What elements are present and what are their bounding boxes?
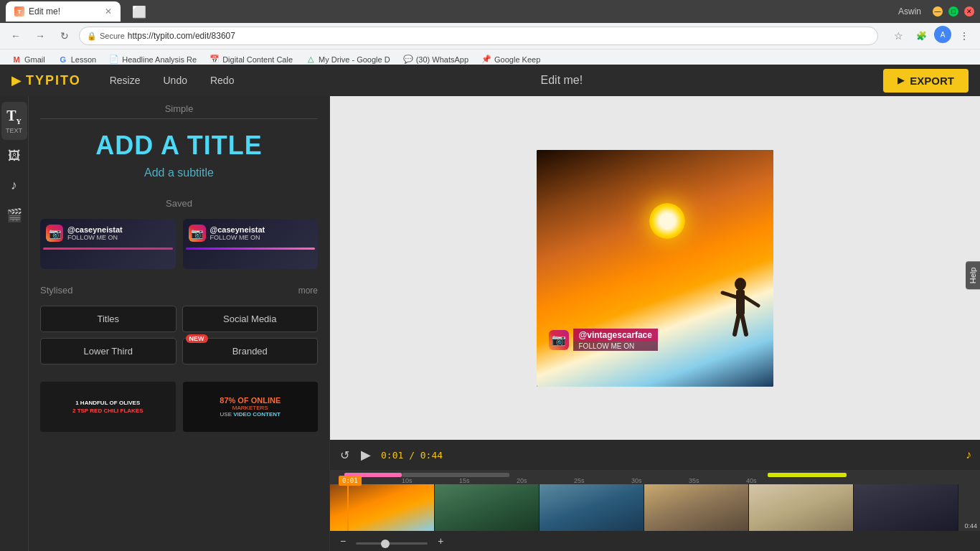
ruler-15s: 15s — [459, 477, 517, 484]
refresh-btn[interactable]: ↻ — [55, 26, 75, 46]
insta-logo-1: 📷 — [46, 225, 63, 242]
export-play-icon: ▶ — [897, 75, 904, 85]
timeline: 5s 10s 15s 20s 25s 30s 35s 40s 0:01 — [330, 470, 980, 551]
zoom-out-btn[interactable]: − — [336, 534, 350, 548]
title-placeholder[interactable]: ADD A TITLE — [40, 131, 318, 161]
thumb-seg-3 — [540, 484, 644, 531]
bookmark-label: Lesson — [71, 55, 96, 64]
titles-btn[interactable]: Titles — [40, 306, 176, 332]
back-btn[interactable]: ← — [6, 26, 26, 46]
video-canvas: 📷 @vintagescarface FOLLOW ME ON — [537, 150, 773, 387]
thumb-seg-2 — [435, 484, 540, 531]
app-logo: ▶ TYPITO — [11, 72, 81, 88]
bookmark-gmail[interactable]: M Gmail — [6, 53, 51, 66]
saved-templates: 📷 @caseyneistat FOLLOW ME ON 📷 @caseynei… — [29, 213, 329, 275]
extensions-btn[interactable]: 🧩 — [911, 26, 931, 46]
subtitle-placeholder[interactable]: Add a subtitle — [40, 166, 318, 179]
zoom-slider-wrap — [356, 534, 428, 547]
audio-icon: ♪ — [11, 178, 17, 193]
template-card-1[interactable]: 📷 @caseyneistat FOLLOW ME ON — [40, 219, 176, 269]
menu-btn[interactable]: ⋮ — [954, 26, 974, 46]
ruler-40s: 40s — [746, 477, 804, 484]
thumb-seg-6 — [854, 484, 958, 531]
active-tab[interactable]: T Edit me! ✕ — [6, 1, 121, 22]
left-panel: Simple ADD A TITLE Add a subtitle Saved … — [29, 96, 330, 551]
tab-close-btn[interactable]: ✕ — [105, 6, 112, 17]
profile-btn[interactable]: A — [934, 26, 951, 43]
svg-line-2 — [722, 293, 736, 297]
bookmark-label: Digital Content Cale — [222, 55, 293, 64]
restart-btn[interactable]: ↺ — [339, 447, 351, 463]
secure-label: Secure — [100, 32, 125, 40]
thumb-seg-5 — [749, 484, 854, 531]
undo-btn[interactable]: Undo — [157, 72, 192, 89]
lt-insta-icon: 📷 — [549, 330, 569, 350]
lt-text-block: @vintagescarface FOLLOW ME ON — [573, 329, 658, 351]
secure-icon: 🔒 — [87, 32, 97, 41]
lt-handle: @vintagescarface — [573, 329, 658, 342]
close-btn[interactable]: ✕ — [964, 6, 974, 17]
more-link[interactable]: more — [298, 286, 318, 296]
sidebar-item-video[interactable]: 🎬 — [1, 202, 27, 229]
bookmark-label: Headline Analysis Re — [122, 55, 197, 64]
forward-btn[interactable]: → — [30, 26, 50, 46]
bookmark-digital[interactable]: 📅 Digital Content Cale — [204, 53, 298, 66]
bookmark-whatsapp[interactable]: 💬 (30) WhatsApp — [397, 53, 474, 66]
bookmark-drive[interactable]: △ My Drive - Google D — [300, 53, 396, 66]
end-time-label: 0:44 — [958, 484, 980, 531]
insta-handle-2: @caseyneistat — [210, 225, 265, 234]
ruler-35s: 35s — [689, 477, 746, 484]
bookmark-keep[interactable]: 📌 Google Keep — [476, 53, 546, 66]
music-icon: ♪ — [966, 448, 971, 461]
branded-btn[interactable]: NEW Branded — [182, 338, 319, 364]
insta-follow-1: FOLLOW ME ON — [67, 234, 123, 241]
current-time: 0:01 — [381, 450, 403, 461]
bookmark-lesson[interactable]: G Lesson — [52, 53, 102, 66]
time-separator: / — [409, 450, 420, 461]
ruler-30s: 30s — [631, 477, 689, 484]
redo-btn[interactable]: Redo — [204, 72, 240, 89]
template-card-2[interactable]: 📷 @caseyneistat FOLLOW ME ON — [183, 219, 319, 269]
app-toolbar: ▶ TYPITO Resize Undo Redo Edit me! ▶ EXP… — [0, 65, 980, 96]
preview-cards: 1 HANDFUL OF OLIVES 2 TSP RED CHILI FLAK… — [29, 376, 329, 438]
sidebar-item-image[interactable]: 🖼 — [1, 143, 27, 169]
logo-icon: ▶ — [11, 72, 22, 88]
minimize-btn[interactable]: — — [933, 6, 943, 17]
total-time: 0:44 — [420, 450, 443, 461]
bookmark-label: Gmail — [24, 55, 45, 64]
thumb-seg-4 — [644, 484, 749, 531]
export-button[interactable]: ▶ EXPORT — [883, 69, 969, 93]
lower-third-btn[interactable]: Lower Third — [40, 338, 176, 364]
simple-label: Simple — [29, 96, 329, 118]
insta-text-2: @caseyneistat FOLLOW ME ON — [210, 225, 265, 241]
help-button[interactable]: Help — [966, 262, 980, 290]
bookmark-label: My Drive - Google D — [319, 55, 390, 64]
stats-highlight: MARKETERS — [220, 405, 281, 411]
ruler-20s: 20s — [517, 477, 574, 484]
lower-third-overlay: 📷 @vintagescarface FOLLOW ME ON — [549, 329, 658, 351]
svg-point-0 — [735, 278, 746, 291]
maximize-btn[interactable]: □ — [948, 6, 958, 17]
preview-card-olives[interactable]: 1 HANDFUL OF OLIVES 2 TSP RED CHILI FLAK… — [40, 382, 176, 432]
play-btn[interactable]: ▶ — [359, 446, 372, 464]
star-btn[interactable]: ☆ — [888, 26, 908, 46]
inactive-tab[interactable]: ⬜ — [123, 1, 238, 22]
nav-bar: ← → ↻ 🔒 Secure https://typito.com/edit/8… — [0, 23, 980, 49]
thumb-seg-1 — [330, 484, 435, 531]
sidebar-item-text[interactable]: TY TEXT — [1, 102, 27, 140]
branded-label: Branded — [232, 346, 268, 357]
address-bar[interactable]: 🔒 Secure https://typito.com/edit/83607 — [79, 27, 878, 45]
stylised-section: Stylised more Titles Social Media Lower … — [29, 275, 329, 376]
sidebar-item-audio[interactable]: ♪ — [1, 172, 27, 199]
bookmark-headline[interactable]: 📄 Headline Analysis Re — [103, 53, 202, 66]
stats-content: 87% OF ONLINE MARKETERS USE VIDEO CONTEN… — [220, 396, 281, 418]
tab-favicon: T — [14, 6, 24, 17]
zoom-slider[interactable] — [356, 542, 428, 545]
preview-card-stats[interactable]: 87% OF ONLINE MARKETERS USE VIDEO CONTEN… — [183, 382, 319, 432]
social-media-btn[interactable]: Social Media — [182, 306, 319, 332]
zoom-in-btn[interactable]: + — [433, 534, 448, 548]
resize-btn[interactable]: Resize — [104, 72, 146, 89]
title-area[interactable]: ADD A TITLE Add a subtitle — [29, 119, 329, 191]
video-icon: 🎬 — [6, 207, 22, 223]
olives-content: 1 HANDFUL OF OLIVES 2 TSP RED CHILI FLAK… — [72, 400, 143, 414]
